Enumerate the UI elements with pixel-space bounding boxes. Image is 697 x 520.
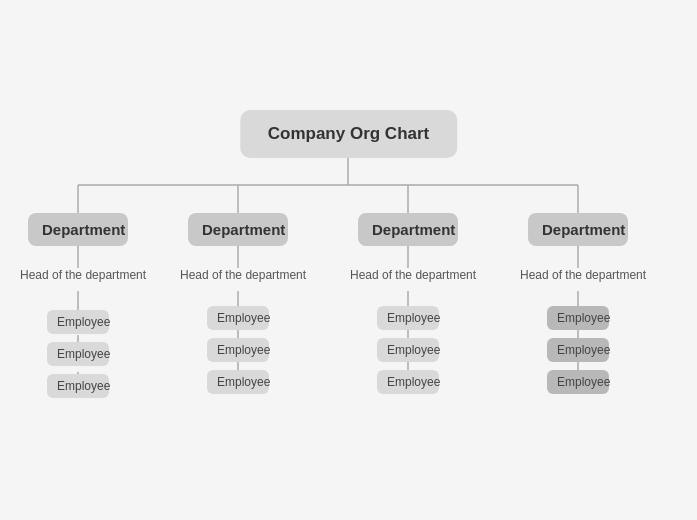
chart-container: Company Org Chart Department Head of the… xyxy=(0,0,697,520)
dept2-emp1: Employee xyxy=(207,306,269,330)
dept1-emp2: Employee xyxy=(47,342,109,366)
dept1-box: Department xyxy=(28,213,128,246)
root-node: Company Org Chart xyxy=(240,110,458,158)
dept1-emp3: Employee xyxy=(47,374,109,398)
dept2-emp3: Employee xyxy=(207,370,269,394)
dept3-box: Department xyxy=(358,213,458,246)
dept3-emp2: Employee xyxy=(377,338,439,362)
dept3-head: Head of the department xyxy=(350,268,476,282)
dept2-head: Head of the department xyxy=(180,268,306,282)
dept2-emp2: Employee xyxy=(207,338,269,362)
dept3-emp1: Employee xyxy=(377,306,439,330)
dept4-box: Department xyxy=(528,213,628,246)
dept1-head: Head of the department xyxy=(20,268,146,282)
dept4-emp3: Employee xyxy=(547,370,609,394)
dept4-emp2: Employee xyxy=(547,338,609,362)
dept4-head: Head of the department xyxy=(520,268,646,282)
dept1-emp1: Employee xyxy=(47,310,109,334)
dept2-box: Department xyxy=(188,213,288,246)
dept3-emp3: Employee xyxy=(377,370,439,394)
dept4-emp1: Employee xyxy=(547,306,609,330)
connector-lines xyxy=(0,0,697,520)
